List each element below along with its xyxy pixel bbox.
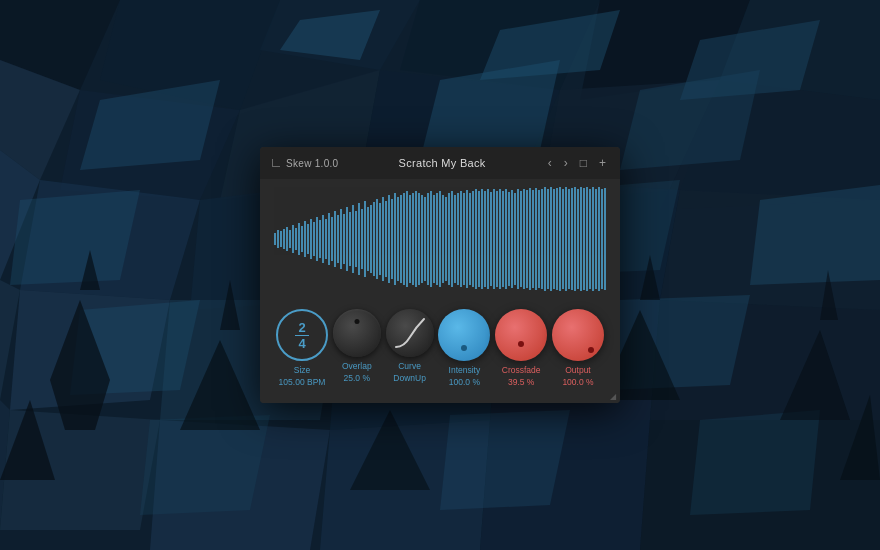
svg-rect-120 xyxy=(460,191,462,287)
svg-rect-114 xyxy=(442,195,444,283)
controls-area: 2 4 Size 105.00 BPM Overlap 25.0 % xyxy=(260,299,620,403)
intensity-knob-group: Intensity 100.0 % xyxy=(438,309,490,389)
svg-marker-45 xyxy=(690,410,820,515)
svg-rect-89 xyxy=(367,207,369,271)
svg-rect-131 xyxy=(493,189,495,289)
svg-rect-62 xyxy=(286,227,288,251)
svg-rect-108 xyxy=(424,197,426,281)
svg-rect-74 xyxy=(322,215,324,263)
waveform-display xyxy=(260,179,620,299)
resize-icon xyxy=(272,159,280,167)
svg-rect-162 xyxy=(586,187,588,291)
svg-rect-76 xyxy=(328,213,330,265)
svg-rect-150 xyxy=(550,187,552,291)
svg-rect-164 xyxy=(592,187,594,291)
svg-rect-149 xyxy=(547,189,549,289)
svg-rect-101 xyxy=(403,193,405,285)
svg-rect-100 xyxy=(400,195,402,283)
svg-rect-104 xyxy=(412,193,414,285)
svg-rect-123 xyxy=(469,193,471,285)
svg-rect-58 xyxy=(274,233,276,245)
svg-rect-67 xyxy=(301,226,303,252)
size-knob-group: 2 4 Size 105.00 BPM xyxy=(276,309,328,389)
next-preset-button[interactable]: › xyxy=(562,156,570,170)
svg-rect-160 xyxy=(580,187,582,291)
title-bar-left: Skew 1.0.0 xyxy=(272,158,338,169)
curve-knob-group: Curve DownUp xyxy=(386,309,434,385)
svg-rect-152 xyxy=(556,188,558,290)
svg-rect-60 xyxy=(280,231,282,247)
svg-rect-132 xyxy=(496,191,498,287)
plugin-window: Skew 1.0.0 Scratch My Back ‹ › □ + xyxy=(260,147,620,403)
svg-rect-112 xyxy=(436,193,438,285)
svg-rect-103 xyxy=(409,195,411,283)
svg-rect-97 xyxy=(391,199,393,279)
svg-rect-65 xyxy=(295,228,297,250)
svg-rect-138 xyxy=(514,193,516,285)
svg-rect-153 xyxy=(559,187,561,291)
svg-rect-148 xyxy=(544,187,546,291)
svg-rect-161 xyxy=(583,188,585,290)
window-button[interactable]: □ xyxy=(578,156,589,170)
svg-rect-72 xyxy=(316,217,318,261)
svg-rect-121 xyxy=(463,193,465,285)
svg-rect-115 xyxy=(445,197,447,281)
svg-rect-84 xyxy=(352,205,354,273)
svg-rect-92 xyxy=(376,199,378,279)
svg-rect-163 xyxy=(589,189,591,289)
svg-rect-70 xyxy=(310,219,312,259)
svg-marker-36 xyxy=(10,190,140,285)
svg-rect-151 xyxy=(553,189,555,289)
svg-rect-95 xyxy=(385,201,387,277)
svg-rect-159 xyxy=(577,189,579,289)
output-knob-group: Output 100.0 % xyxy=(552,309,604,389)
svg-rect-125 xyxy=(475,189,477,289)
svg-rect-113 xyxy=(439,191,441,287)
svg-rect-109 xyxy=(427,193,429,285)
svg-rect-64 xyxy=(292,225,294,253)
svg-rect-83 xyxy=(349,212,351,266)
svg-rect-82 xyxy=(346,207,348,271)
svg-rect-167 xyxy=(601,189,603,289)
overlap-knob[interactable] xyxy=(333,309,381,357)
svg-rect-133 xyxy=(499,189,501,289)
intensity-knob[interactable] xyxy=(438,309,490,361)
output-knob[interactable] xyxy=(552,309,604,361)
svg-rect-68 xyxy=(304,221,306,257)
svg-rect-134 xyxy=(502,191,504,287)
crossfade-label: Crossfade 39.5 % xyxy=(502,365,541,389)
svg-rect-156 xyxy=(568,189,570,289)
svg-rect-110 xyxy=(430,191,432,287)
crossfade-knob[interactable] xyxy=(495,309,547,361)
svg-rect-168 xyxy=(604,188,606,290)
svg-rect-79 xyxy=(337,215,339,263)
overlap-knob-group: Overlap 25.0 % xyxy=(333,309,381,385)
svg-rect-59 xyxy=(277,230,279,248)
svg-rect-147 xyxy=(541,189,543,289)
svg-rect-124 xyxy=(472,191,474,287)
prev-preset-button[interactable]: ‹ xyxy=(546,156,554,170)
svg-rect-136 xyxy=(508,192,510,286)
title-bar-controls: ‹ › □ + xyxy=(546,156,608,170)
svg-rect-71 xyxy=(313,222,315,256)
resize-handle[interactable]: ◢ xyxy=(610,393,616,401)
svg-rect-105 xyxy=(415,191,417,287)
svg-rect-146 xyxy=(538,190,540,288)
curve-knob[interactable] xyxy=(386,309,434,357)
svg-rect-77 xyxy=(331,217,333,261)
svg-rect-80 xyxy=(340,209,342,269)
overlap-label: Overlap 25.0 % xyxy=(342,361,372,385)
add-button[interactable]: + xyxy=(597,156,608,170)
svg-rect-61 xyxy=(283,229,285,249)
size-knob[interactable]: 2 4 xyxy=(276,309,328,361)
svg-rect-102 xyxy=(406,191,408,287)
svg-rect-166 xyxy=(598,187,600,291)
svg-rect-165 xyxy=(595,189,597,289)
svg-rect-87 xyxy=(361,209,363,269)
intensity-label: Intensity 100.0 % xyxy=(449,365,481,389)
svg-rect-86 xyxy=(358,203,360,275)
svg-rect-130 xyxy=(490,192,492,286)
svg-rect-93 xyxy=(379,203,381,275)
svg-rect-73 xyxy=(319,220,321,258)
svg-rect-143 xyxy=(529,188,531,290)
